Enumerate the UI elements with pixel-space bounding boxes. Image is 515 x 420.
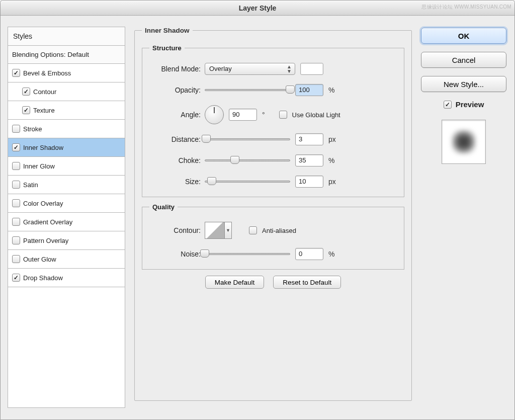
- use-global-light-label: Use Global Light: [292, 111, 340, 119]
- noise-slider[interactable]: [205, 249, 290, 259]
- contour-picker[interactable]: [205, 222, 225, 239]
- panel-title: Inner Shadow: [142, 27, 193, 34]
- preview-label: Preview: [456, 100, 484, 109]
- style-item-label: Pattern Overlay: [23, 237, 68, 244]
- style-item-label: Color Overlay: [23, 200, 63, 207]
- new-style-button[interactable]: New Style...: [421, 76, 506, 92]
- style-checkbox[interactable]: [12, 69, 20, 77]
- choke-unit: %: [328, 156, 334, 164]
- style-item-drop-shadow[interactable]: Drop Shadow: [8, 269, 125, 287]
- layer-style-window: Layer Style 思缘设计论坛 WWW.MISSYUAN.COM Styl…: [0, 0, 515, 420]
- style-item-texture[interactable]: Texture: [8, 101, 125, 120]
- dialog-buttons-column: OK Cancel New Style... Preview: [421, 27, 506, 408]
- style-item-bevel-emboss[interactable]: Bevel & Emboss: [8, 64, 125, 82]
- style-item-label: Outer Glow: [23, 256, 56, 263]
- style-item-label: Inner Shadow: [23, 144, 63, 151]
- style-checkbox[interactable]: [22, 106, 30, 114]
- style-checkbox[interactable]: [12, 274, 20, 282]
- preview-checkbox[interactable]: [444, 101, 452, 109]
- blend-mode-value: Overlay: [209, 65, 232, 72]
- choke-slider[interactable]: [205, 156, 290, 165]
- opacity-slider[interactable]: [205, 86, 290, 95]
- noise-unit: %: [328, 250, 334, 258]
- style-checkbox[interactable]: [22, 88, 30, 96]
- style-item-label: Contour: [33, 88, 56, 96]
- cancel-button[interactable]: Cancel: [421, 52, 506, 68]
- style-checkbox[interactable]: [12, 162, 20, 170]
- shadow-color-swatch[interactable]: [300, 63, 323, 75]
- style-checkbox[interactable]: [12, 236, 20, 244]
- style-item-stroke[interactable]: Stroke: [8, 120, 125, 138]
- angle-dial[interactable]: [205, 105, 224, 124]
- noise-input[interactable]: 0: [295, 248, 323, 260]
- watermark-text: 思缘设计论坛 WWW.MISSYUAN.COM: [421, 4, 511, 11]
- anti-aliased-label: Anti-aliased: [262, 227, 296, 234]
- choke-label: Choke:: [149, 156, 205, 164]
- style-item-inner-shadow[interactable]: Inner Shadow: [8, 138, 125, 157]
- contour-dropdown-button[interactable]: ▼: [225, 222, 232, 239]
- style-item-label: Stroke: [23, 125, 42, 133]
- chevron-updown-icon: ▲▼: [287, 64, 292, 73]
- style-checkbox[interactable]: [12, 199, 20, 207]
- styles-header[interactable]: Styles: [8, 27, 125, 46]
- styles-panel: Styles Blending Options: Default Bevel &…: [8, 27, 125, 408]
- style-item-satin[interactable]: Satin: [8, 176, 125, 194]
- ok-button[interactable]: OK: [421, 28, 506, 44]
- style-checkbox[interactable]: [12, 143, 20, 151]
- preview-thumbnail: [442, 120, 486, 164]
- opacity-unit: %: [328, 86, 334, 94]
- style-item-inner-glow[interactable]: Inner Glow: [8, 157, 125, 176]
- opacity-label: Opacity:: [149, 86, 205, 94]
- style-item-label: Drop Shadow: [23, 274, 63, 282]
- anti-aliased-checkbox[interactable]: [249, 226, 257, 234]
- make-default-button[interactable]: Make Default: [205, 276, 265, 289]
- choke-input[interactable]: 35: [295, 154, 323, 166]
- structure-group: Structure Blend Mode: Overlay ▲▼ Opaci: [142, 44, 404, 197]
- style-checkbox[interactable]: [12, 181, 20, 189]
- use-global-light-checkbox[interactable]: [279, 111, 287, 119]
- style-item-pattern-overlay[interactable]: Pattern Overlay: [8, 231, 125, 250]
- quality-legend: Quality: [149, 203, 178, 211]
- opacity-input[interactable]: 100: [295, 84, 323, 96]
- size-label: Size:: [149, 178, 205, 186]
- contour-label: Contour:: [149, 226, 205, 234]
- noise-label: Noise:: [149, 250, 205, 258]
- distance-slider[interactable]: [205, 135, 290, 144]
- size-input[interactable]: 10: [295, 176, 323, 188]
- style-checkbox[interactable]: [12, 218, 20, 226]
- style-item-contour[interactable]: Contour: [8, 82, 125, 101]
- style-checkbox[interactable]: [12, 125, 20, 133]
- blend-mode-select[interactable]: Overlay ▲▼: [205, 63, 295, 75]
- style-item-color-overlay[interactable]: Color Overlay: [8, 194, 125, 213]
- style-item-gradient-overlay[interactable]: Gradient Overlay: [8, 213, 125, 231]
- angle-label: Angle:: [149, 111, 205, 119]
- effect-settings-panel: Inner Shadow Structure Blend Mode: Overl…: [134, 27, 412, 408]
- style-item-label: Gradient Overlay: [23, 218, 72, 226]
- quality-group: Quality Contour: ▼ Anti-aliased: [142, 203, 404, 270]
- structure-legend: Structure: [149, 44, 185, 52]
- distance-label: Distance:: [149, 135, 205, 143]
- distance-unit: px: [328, 135, 336, 143]
- size-slider[interactable]: [205, 177, 290, 186]
- reset-to-default-button[interactable]: Reset to Default: [273, 276, 341, 289]
- style-item-label: Texture: [33, 107, 55, 114]
- style-item-label: Inner Glow: [23, 162, 55, 170]
- blending-options-row[interactable]: Blending Options: Default: [8, 46, 125, 64]
- angle-input[interactable]: 90: [229, 109, 257, 121]
- distance-input[interactable]: 3: [295, 133, 323, 145]
- angle-degree: °: [262, 111, 265, 119]
- style-item-label: Satin: [23, 181, 38, 189]
- style-checkbox[interactable]: [12, 255, 20, 263]
- style-item-label: Bevel & Emboss: [23, 69, 71, 77]
- size-unit: px: [328, 178, 336, 186]
- style-item-outer-glow[interactable]: Outer Glow: [8, 250, 125, 269]
- blend-mode-label: Blend Mode:: [149, 65, 205, 73]
